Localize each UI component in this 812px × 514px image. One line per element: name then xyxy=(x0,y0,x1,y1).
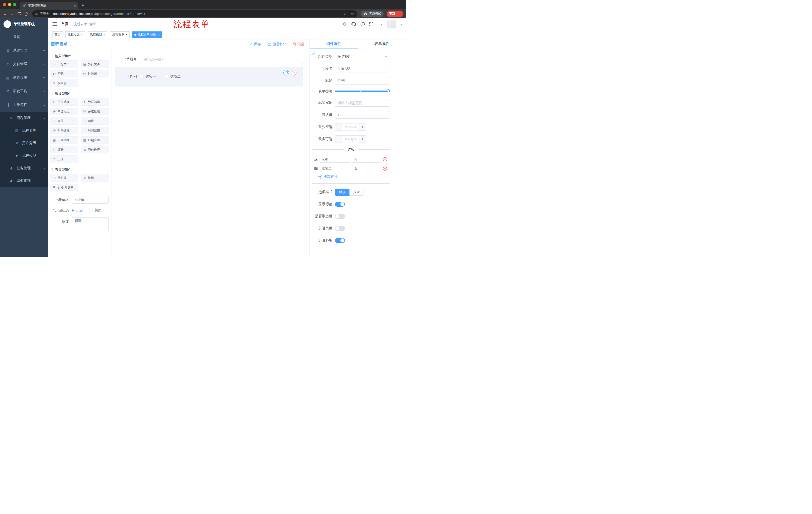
max-select-stepper[interactable]: − + xyxy=(335,135,366,143)
minus-button[interactable]: − xyxy=(335,136,342,142)
tag-process-form-edit[interactable]: 流程表单-编辑× xyxy=(132,31,162,38)
style-default-button[interactable]: 默认 xyxy=(335,189,349,196)
chip-switch[interactable]: ◐开关 xyxy=(50,117,78,125)
sidebar-item-process-form[interactable]: ▤ 流程表单 xyxy=(0,124,48,137)
option-label-input[interactable] xyxy=(320,165,350,172)
status-off-radio[interactable]: 关闭 xyxy=(89,208,102,213)
tag-home[interactable]: 首页 xyxy=(52,31,63,38)
delete-component-button[interactable] xyxy=(291,70,296,76)
tab-form-props[interactable]: 表单属性 xyxy=(358,39,406,49)
drag-handle-icon[interactable] xyxy=(314,157,318,161)
sidebar-item-devtools[interactable]: ⚒ 研发工具 ▾ xyxy=(0,84,48,98)
save-button[interactable]: ✓ 保存 xyxy=(250,42,261,47)
border-switch[interactable] xyxy=(335,214,345,219)
component-type-select[interactable] xyxy=(335,53,390,60)
sidebar-item-payment[interactable]: ¥ 支付管理 ▾ xyxy=(0,57,48,71)
avatar-caret-icon[interactable]: ▾ xyxy=(401,23,402,26)
gender-field-row[interactable]: *性别 选项一 选项二 xyxy=(116,75,299,79)
plus-button[interactable]: + xyxy=(359,136,366,142)
form-canvas[interactable]: *手机号 xyxy=(112,49,310,257)
duplicate-component-button[interactable] xyxy=(283,70,289,76)
search-icon[interactable] xyxy=(343,22,347,26)
chip-select[interactable]: ⊙下拉选择 xyxy=(50,98,78,106)
tag-process-definition[interactable]: 流程定义× xyxy=(65,31,85,38)
style-button-button[interactable]: 按钮 xyxy=(349,189,364,196)
field-name-input[interactable] xyxy=(335,65,390,73)
chip-date-range[interactable]: ▩日期范围 xyxy=(81,136,109,144)
min-select-input[interactable] xyxy=(342,124,359,131)
breadcrumb-home[interactable]: 首页 xyxy=(61,22,68,26)
show-label-switch[interactable] xyxy=(335,202,345,207)
url-text[interactable]: dashboard.yudao.iocoder.cn/bpm/manager/f… xyxy=(53,12,342,16)
disabled-switch[interactable] xyxy=(335,226,345,231)
chip-row-container[interactable]: ▢行容器 xyxy=(50,174,78,182)
remove-option-icon[interactable] xyxy=(383,166,387,171)
github-icon[interactable] xyxy=(351,22,356,26)
minimize-window-button[interactable] xyxy=(8,3,11,6)
selected-component-block[interactable]: *性别 选项一 选项二 xyxy=(115,67,303,86)
gender-option1-checkbox[interactable]: 选项一 xyxy=(140,75,156,79)
tag-close-icon[interactable]: × xyxy=(125,33,127,36)
view-json-button[interactable]: 查看json xyxy=(267,42,286,47)
form-grid-slider[interactable] xyxy=(335,90,388,92)
drag-handle-icon[interactable] xyxy=(314,166,318,170)
sidebar-item-process-manage[interactable]: ≣ 流程管理 ▴ xyxy=(0,112,48,124)
option-label-input[interactable] xyxy=(320,156,350,163)
form-remark-textarea[interactable]: 嘿嘿 xyxy=(72,217,109,231)
chip-slider[interactable]: ⊶滑块 xyxy=(81,117,109,125)
chip-table[interactable]: ⊞表格[开发中] xyxy=(50,184,78,191)
label-width-input[interactable] xyxy=(335,99,390,107)
avatar[interactable] xyxy=(387,20,396,28)
chip-checkbox-group[interactable]: ☑多选框组 xyxy=(81,108,109,115)
gender-option2-checkbox[interactable]: 选项二 xyxy=(165,75,181,79)
chip-time-picker[interactable]: ◷时间选择 xyxy=(50,127,78,134)
sidebar-item-system[interactable]: ⚙ 系统管理 ▾ xyxy=(0,44,48,57)
phone-input[interactable] xyxy=(140,55,303,64)
tag-close-icon[interactable]: × xyxy=(81,33,83,36)
fullscreen-icon[interactable] xyxy=(369,22,373,26)
chip-date-picker[interactable]: ▦日期选择 xyxy=(50,136,78,144)
browser-menu-icon[interactable]: ⋮ xyxy=(397,12,401,16)
checkbox-box[interactable] xyxy=(165,75,168,78)
chip-editor[interactable]: ✎编辑器 xyxy=(50,79,78,87)
chip-rate[interactable]: ☆评分 xyxy=(50,146,78,154)
forward-icon[interactable]: → xyxy=(10,12,14,16)
chip-single-line-text[interactable]: ▭单行文本 xyxy=(50,60,78,68)
sidebar-item-leave-query[interactable]: ♟ 请假查询 xyxy=(0,174,48,187)
checkbox-box[interactable] xyxy=(140,75,143,78)
remove-option-icon[interactable] xyxy=(383,157,387,161)
back-icon[interactable]: ← xyxy=(3,12,7,16)
bookmark-star-icon[interactable]: ☆ xyxy=(351,11,354,16)
clear-button[interactable]: 清空 xyxy=(293,42,304,47)
chip-multi-line-text[interactable]: ▤多行文本 xyxy=(81,60,109,68)
home-icon[interactable] xyxy=(24,12,28,16)
chip-button[interactable]: ▱按钮 xyxy=(81,174,109,182)
hamburger-icon[interactable] xyxy=(52,22,57,26)
sidebar-item-task-manage[interactable]: ⋔ 任务管理 ▾ xyxy=(0,162,48,174)
min-select-stepper[interactable]: − + xyxy=(335,123,366,131)
minus-button[interactable]: − xyxy=(335,124,342,131)
plus-button[interactable]: + xyxy=(359,124,366,131)
tag-process-form[interactable]: 流程表单× xyxy=(110,31,129,38)
chip-color-picker[interactable]: ◍颜色选择 xyxy=(81,146,109,154)
component-type-value[interactable] xyxy=(335,53,390,60)
chip-counter[interactable]: 123计数器 xyxy=(81,70,109,77)
option-value-input[interactable] xyxy=(352,156,381,163)
tab-component-props[interactable]: 组件属性 xyxy=(310,39,358,49)
tag-process-model[interactable]: 流程模型× xyxy=(88,31,108,38)
sidebar-item-workflow[interactable]: ⇶ 工作流程 ▴ xyxy=(0,98,48,112)
phone-field-row[interactable]: *手机号 xyxy=(115,55,303,64)
font-size-icon[interactable]: TT xyxy=(378,22,383,26)
new-tab-button[interactable]: + xyxy=(81,3,84,8)
close-window-button[interactable] xyxy=(3,3,6,6)
browser-update-button[interactable]: 更新 ⋮ xyxy=(387,10,403,17)
sidebar-item-user-group[interactable]: ⊚ 用户分组 xyxy=(0,137,48,150)
zoom-window-button[interactable] xyxy=(13,3,16,6)
tab-close-icon[interactable]: × xyxy=(74,4,76,7)
chip-cascader[interactable]: ⋔级联选择 xyxy=(81,98,109,106)
url-bar[interactable]: ⚠ 不安全 dashboard.yudao.iocoder.cn/bpm/man… xyxy=(32,10,357,17)
sidebar-item-process-model[interactable]: ➤ 流程模型 xyxy=(0,150,48,162)
sidebar-item-home[interactable]: ◔ 首页 xyxy=(0,30,48,44)
slider-handle[interactable] xyxy=(387,89,390,92)
chip-time-range[interactable]: ◔时间范围 xyxy=(81,127,109,134)
